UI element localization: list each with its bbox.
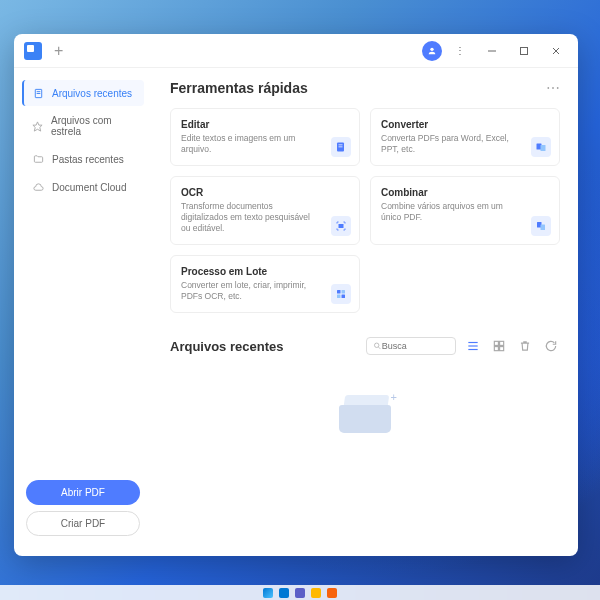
tool-title: OCR bbox=[181, 187, 317, 198]
search-input-wrapper[interactable] bbox=[366, 337, 456, 355]
tool-desc: Transforme documentos digitalizados em t… bbox=[181, 201, 317, 234]
svg-line-22 bbox=[379, 347, 381, 349]
sidebar-item-label: Arquivos com estrela bbox=[51, 115, 136, 137]
svg-rect-29 bbox=[500, 347, 504, 351]
ocr-icon bbox=[331, 216, 351, 236]
svg-rect-26 bbox=[494, 342, 498, 346]
svg-rect-16 bbox=[541, 225, 546, 231]
svg-rect-14 bbox=[339, 225, 343, 228]
tool-convert[interactable]: Converter Converta PDFs para Word, Excel… bbox=[370, 108, 560, 166]
taskbar-app-icon[interactable] bbox=[295, 588, 305, 598]
more-menu-button[interactable]: ⋮ bbox=[446, 40, 474, 62]
maximize-button[interactable] bbox=[510, 40, 538, 62]
folder-icon bbox=[32, 153, 44, 165]
tool-edit[interactable]: Editar Edite textos e imagens em um arqu… bbox=[170, 108, 360, 166]
window-body: Arquivos recentes Arquivos com estrela P… bbox=[14, 68, 578, 556]
tool-desc: Converta PDFs para Word, Excel, PPT, etc… bbox=[381, 133, 517, 155]
svg-rect-10 bbox=[339, 145, 343, 146]
new-tab-button[interactable]: + bbox=[54, 42, 63, 60]
sidebar-item-document-cloud[interactable]: Document Cloud bbox=[22, 174, 144, 200]
svg-point-0 bbox=[430, 47, 433, 50]
search-input[interactable] bbox=[382, 341, 449, 351]
sidebar-item-label: Document Cloud bbox=[52, 182, 126, 193]
app-window: + ⋮ Arquivos recentes Arq bbox=[14, 34, 578, 556]
list-view-button[interactable] bbox=[464, 337, 482, 355]
tool-desc: Converter em lote, criar, imprimir, PDFs… bbox=[181, 280, 317, 302]
empty-box-icon: + bbox=[335, 395, 395, 435]
quick-tools-title: Ferramentas rápidas bbox=[170, 80, 308, 96]
tool-title: Combinar bbox=[381, 187, 517, 198]
titlebar: + ⋮ bbox=[14, 34, 578, 68]
refresh-button[interactable] bbox=[542, 337, 560, 355]
grid-view-button[interactable] bbox=[490, 337, 508, 355]
sidebar-item-label: Arquivos recentes bbox=[52, 88, 132, 99]
recent-files-title: Arquivos recentes bbox=[170, 339, 283, 354]
convert-icon bbox=[531, 137, 551, 157]
tool-batch[interactable]: Processo em Lote Converter em lote, cria… bbox=[170, 255, 360, 313]
tool-desc: Combine vários arquivos em um único PDF. bbox=[381, 201, 517, 223]
taskbar[interactable] bbox=[0, 585, 600, 600]
sidebar-nav: Arquivos recentes Arquivos com estrela P… bbox=[14, 76, 152, 472]
desktop-wallpaper: + ⋮ Arquivos recentes Arq bbox=[0, 0, 600, 600]
tool-desc: Edite textos e imagens em um arquivo. bbox=[181, 133, 317, 155]
tool-ocr[interactable]: OCR Transforme documentos digitalizados … bbox=[170, 176, 360, 245]
combine-icon bbox=[531, 216, 551, 236]
svg-rect-27 bbox=[500, 342, 504, 346]
sidebar-item-recent-folders[interactable]: Pastas recentes bbox=[22, 146, 144, 172]
titlebar-right: ⋮ bbox=[422, 40, 570, 62]
user-avatar-icon[interactable] bbox=[422, 41, 442, 61]
tool-title: Converter bbox=[381, 119, 517, 130]
recent-files-header: Arquivos recentes bbox=[170, 337, 560, 355]
recent-controls bbox=[366, 337, 560, 355]
search-icon bbox=[373, 341, 382, 351]
main-content: Ferramentas rápidas ⋯ Editar Edite texto… bbox=[152, 68, 578, 556]
tool-title: Editar bbox=[181, 119, 317, 130]
tool-combine[interactable]: Combinar Combine vários arquivos em um ú… bbox=[370, 176, 560, 245]
delete-button[interactable] bbox=[516, 337, 534, 355]
minimize-button[interactable] bbox=[478, 40, 506, 62]
cloud-icon bbox=[32, 181, 44, 193]
quick-tools-header: Ferramentas rápidas ⋯ bbox=[170, 80, 560, 96]
close-button[interactable] bbox=[542, 40, 570, 62]
sidebar: Arquivos recentes Arquivos com estrela P… bbox=[14, 68, 152, 556]
sidebar-item-starred[interactable]: Arquivos com estrela bbox=[22, 108, 144, 144]
quick-tools-more-button[interactable]: ⋯ bbox=[546, 80, 560, 96]
taskbar-app-icon[interactable] bbox=[327, 588, 337, 598]
svg-rect-18 bbox=[342, 290, 346, 294]
svg-rect-17 bbox=[337, 290, 341, 294]
sidebar-actions: Abrir PDF Criar PDF bbox=[14, 472, 152, 548]
empty-state: + bbox=[170, 395, 560, 435]
edit-icon bbox=[331, 137, 351, 157]
star-icon bbox=[32, 120, 43, 132]
svg-rect-20 bbox=[342, 295, 346, 299]
create-pdf-button[interactable]: Criar PDF bbox=[26, 511, 140, 536]
tool-title: Processo em Lote bbox=[181, 266, 317, 277]
svg-rect-2 bbox=[521, 47, 528, 54]
sidebar-item-recent-files[interactable]: Arquivos recentes bbox=[22, 80, 144, 106]
app-logo-icon bbox=[24, 42, 42, 60]
svg-marker-8 bbox=[33, 121, 42, 130]
taskbar-app-icon[interactable] bbox=[311, 588, 321, 598]
document-icon bbox=[32, 87, 44, 99]
svg-rect-11 bbox=[339, 147, 343, 148]
svg-point-21 bbox=[374, 343, 378, 347]
taskbar-app-icon[interactable] bbox=[279, 588, 289, 598]
svg-rect-19 bbox=[337, 295, 341, 299]
svg-rect-13 bbox=[541, 145, 546, 151]
titlebar-left: + bbox=[24, 42, 63, 60]
batch-icon bbox=[331, 284, 351, 304]
tools-grid: Editar Edite textos e imagens em um arqu… bbox=[170, 108, 560, 313]
svg-rect-28 bbox=[494, 347, 498, 351]
start-button-icon[interactable] bbox=[263, 588, 273, 598]
sidebar-item-label: Pastas recentes bbox=[52, 154, 124, 165]
open-pdf-button[interactable]: Abrir PDF bbox=[26, 480, 140, 505]
